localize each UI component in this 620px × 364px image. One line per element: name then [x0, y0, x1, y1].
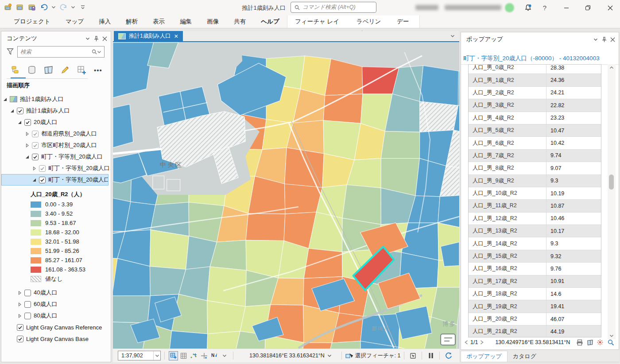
account-name[interactable] [415, 3, 504, 12]
tab-popup[interactable]: ポップアップ [461, 351, 508, 362]
undo-icon[interactable] [39, 3, 48, 12]
map-tab-close-icon[interactable]: ✕ [174, 33, 178, 39]
layer-checkbox[interactable] [17, 336, 23, 342]
popup-feature-title-link[interactable]: 町丁・字等別_20歳人口（-80000） - 40132004003 [463, 54, 600, 62]
popup-table-scrollbar[interactable] [608, 64, 616, 339]
contents-search-input[interactable]: 検索 [17, 46, 105, 58]
expander-collapsed-icon[interactable] [25, 143, 29, 147]
customize-qat-icon[interactable] [78, 3, 87, 12]
expander-expanded-icon[interactable] [18, 120, 22, 124]
layer-tree-item[interactable]: 推計1歳刻み人口 [1, 105, 110, 116]
restore-button[interactable] [580, 0, 595, 15]
selected-features-status[interactable]: 選択フィーチャ: 1 [345, 352, 401, 360]
expander-collapsed-icon[interactable] [18, 314, 22, 318]
north-arrow-icon[interactable]: N [209, 351, 219, 360]
ribbon-tab-6[interactable]: 画像 [199, 15, 226, 28]
contextual-tab-2[interactable]: データ [389, 15, 419, 28]
redo-dropdown-icon[interactable] [71, 6, 75, 9]
layer-checkbox[interactable] [17, 108, 23, 114]
layer-checkbox[interactable] [39, 165, 46, 172]
minimize-button[interactable] [559, 0, 574, 15]
legend-color-swatch[interactable] [31, 220, 41, 226]
layer-tree-item[interactable]: Light Gray Canvas Reference [1, 321, 110, 333]
selection-box-icon[interactable] [408, 351, 418, 360]
layout-grid-add-icon[interactable] [169, 351, 178, 360]
popup-close-icon[interactable] [609, 36, 616, 43]
help-button[interactable]: ? [539, 0, 551, 15]
expander-collapsed-icon[interactable] [18, 302, 22, 306]
refresh-icon[interactable] [444, 351, 453, 360]
layer-checkbox[interactable] [24, 301, 31, 308]
pause-drawing-icon[interactable] [426, 351, 435, 360]
contextual-tab-0[interactable]: フィーチャ レイヤー [287, 15, 349, 28]
map-canvas[interactable]: 中央区 博多 那珂川 [113, 42, 459, 349]
list-by-labeling-icon[interactable] [77, 65, 87, 75]
ribbon-tab-1[interactable]: マップ [58, 15, 91, 28]
open-project-icon[interactable] [16, 3, 24, 12]
expander-expanded-icon[interactable] [3, 97, 7, 101]
flash-location-icon[interactable] [597, 339, 603, 345]
popup-attribute-table[interactable]: 人口_男_0歳_R228.38人口_男_1歳_R224.36人口_男_2歳_R2… [468, 64, 601, 337]
tab-catalog[interactable]: カタログ [508, 351, 542, 362]
layer-tree-item[interactable]: 40歳人口 [1, 287, 110, 298]
print-icon[interactable] [576, 339, 583, 346]
list-by-editing-icon[interactable] [60, 65, 70, 75]
close-button[interactable] [602, 0, 618, 15]
list-by-drawing-order-icon[interactable] [11, 65, 20, 75]
layer-tree-item[interactable]: 市区町村別_20歳人口 [1, 139, 110, 151]
popup-collapse-icon[interactable] [592, 36, 599, 43]
more-options-icon[interactable]: ••• [94, 66, 102, 74]
search-dropdown-icon[interactable] [97, 50, 101, 54]
expander-collapsed-icon[interactable] [25, 132, 29, 136]
notifications-bell-icon[interactable] [522, 0, 534, 15]
ribbon-tab-5[interactable]: 編集 [172, 15, 199, 28]
layer-checkbox[interactable] [24, 290, 31, 296]
layer-tree-item[interactable]: 町丁・字等別_20歳人口... [1, 163, 110, 174]
expander-collapsed-icon[interactable] [32, 167, 36, 170]
list-by-data-source-icon[interactable] [27, 65, 37, 75]
legend-color-swatch[interactable] [31, 239, 41, 245]
layer-tree-item[interactable]: 推計1歳刻み人口 [1, 93, 110, 105]
expander-expanded-icon[interactable] [32, 178, 36, 182]
contents-collapse-icon[interactable] [84, 35, 91, 42]
legend-hatch-swatch[interactable] [31, 276, 41, 282]
list-by-perspective-icon[interactable] [43, 65, 54, 75]
map-coordinates-display[interactable]: 130.3818416°E 33.6163421°N [249, 352, 332, 359]
layer-tree-item[interactable]: Light Gray Canvas Base [1, 333, 110, 345]
snapping-points-icon[interactable] [189, 351, 198, 360]
ribbon-tab-3[interactable]: 解析 [118, 15, 145, 28]
contextual-tab-1[interactable]: ラベリング [349, 15, 389, 28]
convert-to-map-icon[interactable] [587, 339, 593, 346]
expander-expanded-icon[interactable] [10, 109, 14, 113]
popup-note-icon[interactable] [441, 334, 455, 345]
redo-icon[interactable] [59, 3, 68, 12]
scrollbar-thumb[interactable] [609, 174, 614, 190]
layer-checkbox[interactable] [24, 313, 31, 319]
new-project-icon[interactable] [4, 3, 12, 12]
layer-checkbox[interactable] [32, 154, 39, 160]
layer-tree-item[interactable]: 町丁・字等別_20歳人口 [1, 151, 110, 163]
layer-checkbox[interactable] [39, 177, 46, 183]
prev-feature-icon[interactable] [465, 340, 468, 345]
zoom-to-icon[interactable] [608, 339, 614, 346]
layer-checkbox[interactable] [32, 131, 39, 137]
legend-color-swatch[interactable] [31, 257, 41, 263]
layer-checkbox[interactable] [17, 324, 23, 331]
save-project-icon[interactable] [27, 3, 36, 12]
ribbon-tab-2[interactable]: 挿入 [91, 15, 118, 28]
expander-expanded-icon[interactable] [25, 155, 29, 159]
grid-icon[interactable] [179, 351, 188, 360]
contents-pin-icon[interactable] [93, 35, 100, 42]
ribbon-tab-4[interactable]: 表示 [145, 15, 172, 28]
filter-funnel-icon[interactable] [7, 48, 14, 55]
expander-collapsed-icon[interactable] [18, 291, 22, 295]
ribbon-tab-0[interactable]: プロジェクト [6, 15, 58, 28]
command-search-input[interactable]: コマンド検索 (Alt+Q) [291, 2, 376, 13]
layer-tree-item[interactable]: 60歳人口 [1, 298, 110, 310]
ribbon-tab-8[interactable]: ヘルプ [253, 15, 287, 28]
map-view-tab[interactable]: 推計1歳刻み人口 ✕ [114, 31, 183, 41]
layer-tree-item[interactable]: 都道府県別_20歳人口 [1, 128, 110, 139]
layer-tree-item[interactable]: 町丁・字等別_20歳人口... [1, 174, 108, 186]
legend-color-swatch[interactable] [31, 201, 41, 208]
legend-color-swatch[interactable] [31, 211, 41, 217]
